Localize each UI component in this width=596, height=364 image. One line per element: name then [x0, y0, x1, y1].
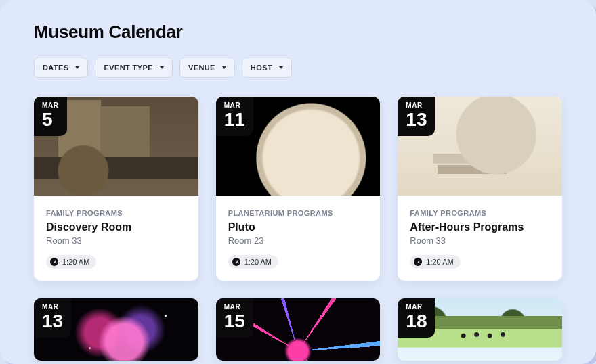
event-title: After-Hours Programs [410, 221, 550, 233]
event-time-chip: 1:20 AM [228, 255, 278, 269]
filter-label: VENUE [188, 64, 215, 72]
date-tab: MAR 5 [34, 97, 67, 136]
date-tab: MAR 18 [398, 298, 435, 338]
event-image: MAR 13 [398, 97, 562, 196]
event-image: MAR 5 [34, 97, 198, 196]
filter-event-type[interactable]: EVENT TYPE [95, 58, 172, 78]
event-card[interactable]: MAR 18 [398, 298, 562, 361]
date-tab: MAR 13 [398, 97, 435, 136]
chevron-down-icon [75, 66, 79, 69]
date-month: MAR [224, 102, 245, 109]
date-tab: MAR 13 [34, 298, 71, 338]
event-card[interactable]: MAR 13 [34, 298, 198, 361]
chevron-down-icon [279, 66, 283, 69]
date-day: 13 [406, 110, 427, 129]
event-grid: MAR 5 FAMILY PROGRAMS Discovery Room Roo… [34, 97, 562, 361]
date-day: 15 [224, 312, 245, 331]
date-tab: MAR 15 [216, 298, 253, 338]
event-card[interactable]: MAR 15 [216, 298, 381, 361]
event-time: 1:20 AM [426, 258, 453, 266]
event-title: Discovery Room [46, 221, 186, 233]
filter-venue[interactable]: VENUE [179, 58, 235, 78]
event-room: Room 33 [46, 235, 186, 246]
event-image: MAR 11 [216, 97, 381, 196]
event-room: Room 23 [228, 235, 368, 246]
filter-bar: DATES EVENT TYPE VENUE HOST [34, 58, 562, 78]
event-category: FAMILY PROGRAMS [410, 209, 550, 217]
event-time: 1:20 AM [62, 258, 89, 266]
event-card[interactable]: MAR 5 FAMILY PROGRAMS Discovery Room Roo… [34, 97, 198, 281]
filter-label: HOST [251, 64, 272, 72]
event-room: Room 33 [410, 235, 550, 246]
filter-host[interactable]: HOST [242, 58, 292, 78]
date-month: MAR [406, 102, 427, 109]
event-time: 1:20 AM [244, 258, 272, 266]
date-day: 11 [224, 110, 245, 129]
date-month: MAR [406, 304, 427, 311]
clock-icon [232, 258, 240, 266]
date-month: MAR [42, 102, 59, 109]
event-image: MAR 13 [34, 298, 198, 361]
chevron-down-icon [222, 66, 226, 69]
event-category: FAMILY PROGRAMS [46, 209, 186, 217]
date-day: 18 [406, 312, 427, 331]
event-card[interactable]: MAR 13 FAMILY PROGRAMS After-Hours Progr… [398, 97, 562, 281]
date-month: MAR [42, 304, 63, 311]
event-image: MAR 18 [398, 298, 562, 361]
event-title: Pluto [228, 221, 368, 233]
event-image: MAR 15 [216, 298, 381, 361]
filter-dates[interactable]: DATES [34, 58, 88, 78]
clock-icon [50, 258, 58, 266]
page-title: Museum Calendar [34, 22, 562, 43]
date-day: 13 [42, 312, 63, 331]
date-month: MAR [224, 304, 245, 311]
chevron-down-icon [160, 66, 164, 69]
filter-label: EVENT TYPE [104, 64, 152, 72]
clock-icon [414, 258, 422, 266]
event-time-chip: 1:20 AM [410, 255, 460, 269]
event-category: PLANETARIUM PROGRAMS [228, 209, 368, 217]
date-tab: MAR 11 [216, 97, 253, 136]
date-day: 5 [42, 110, 59, 129]
event-card[interactable]: MAR 11 PLANETARIUM PROGRAMS Pluto Room 2… [216, 97, 381, 281]
filter-label: DATES [43, 64, 68, 72]
event-time-chip: 1:20 AM [46, 255, 96, 269]
